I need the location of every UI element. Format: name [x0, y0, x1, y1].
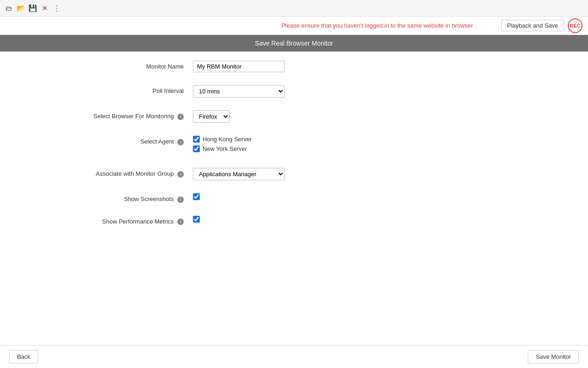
poll-interval-row: Poll Interval 1 min 5 mins 10 mins 15 mi…: [0, 85, 588, 98]
footer: Back Save Monitor: [0, 345, 588, 368]
monitor-group-info-icon[interactable]: i: [177, 171, 184, 178]
screenshots-label: Show Screenshots i: [92, 193, 193, 203]
monitor-group-select[interactable]: Applications Manager Default: [193, 168, 285, 180]
agent-ny-row: New York Server: [193, 145, 247, 152]
playback-save-button[interactable]: Playback and Save: [501, 20, 564, 31]
poll-interval-label: Poll Interval: [92, 85, 193, 94]
warning-text: Please ensure that you haven't logged in…: [253, 22, 501, 29]
performance-control: [193, 216, 496, 223]
performance-label: Show Performance Metrics i: [92, 216, 193, 225]
toolbar: 🗁 📂 💾 ✕ ⋮: [0, 0, 588, 17]
rec-button[interactable]: REC: [568, 18, 582, 33]
monitor-name-label: Monitor Name: [92, 61, 193, 70]
performance-info-icon[interactable]: i: [177, 218, 184, 225]
more-icon[interactable]: ⋮: [51, 3, 62, 13]
monitor-group-row: Associate with Monitor Group i Applicati…: [0, 168, 588, 180]
poll-interval-control: 1 min 5 mins 10 mins 15 mins 30 mins 1 h…: [193, 85, 496, 98]
performance-checkbox[interactable]: [193, 216, 200, 223]
screenshots-control: [193, 193, 496, 200]
screenshots-row: Show Screenshots i: [0, 193, 588, 203]
poll-interval-select[interactable]: 1 min 5 mins 10 mins 15 mins 30 mins 1 h…: [193, 85, 285, 98]
browser-info-icon[interactable]: i: [177, 114, 184, 120]
performance-row: Show Performance Metrics i: [0, 216, 588, 225]
monitor-group-control: Applications Manager Default: [193, 168, 496, 180]
agent-row: Select Agent i Hong Kong Server New York…: [0, 136, 588, 155]
monitor-name-input[interactable]: [193, 61, 285, 72]
save-icon[interactable]: 💾: [28, 3, 38, 13]
screenshots-checkbox[interactable]: [193, 193, 200, 200]
browser-label: Select Browser For Monitoring i: [92, 110, 193, 120]
agent-hk-row: Hong Kong Server: [193, 136, 252, 143]
section-title: Save Real Browser Monitor: [255, 40, 333, 47]
agent-info-icon[interactable]: i: [177, 139, 184, 145]
save-monitor-button[interactable]: Save Monitor: [528, 350, 579, 363]
back-button[interactable]: Back: [9, 350, 38, 363]
folder-open-icon[interactable]: 🗁: [4, 3, 14, 13]
agent-label: Select Agent i: [92, 136, 193, 145]
monitor-group-label: Associate with Monitor Group i: [92, 168, 193, 178]
monitor-name-row: Monitor Name: [0, 61, 588, 72]
agent-ny-checkbox[interactable]: [193, 145, 200, 152]
monitor-name-control: [193, 61, 496, 72]
agent-control: Hong Kong Server New York Server: [193, 136, 496, 155]
folder-icon[interactable]: 📂: [16, 3, 26, 13]
agent-hk-label: Hong Kong Server: [203, 136, 252, 143]
screenshots-info-icon[interactable]: i: [177, 196, 184, 203]
browser-control: Firefox Chrome: [193, 110, 496, 123]
agent-hk-checkbox[interactable]: [193, 136, 200, 143]
browser-row: Select Browser For Monitoring i Firefox …: [0, 110, 588, 123]
warning-bar: Please ensure that you haven't logged in…: [0, 17, 588, 35]
section-header: Save Real Browser Monitor: [0, 35, 588, 52]
agent-ny-label: New York Server: [203, 145, 247, 152]
browser-select[interactable]: Firefox Chrome: [193, 110, 230, 123]
close-icon[interactable]: ✕: [40, 3, 50, 13]
form-area: Monitor Name Poll Interval 1 min 5 mins …: [0, 52, 588, 247]
